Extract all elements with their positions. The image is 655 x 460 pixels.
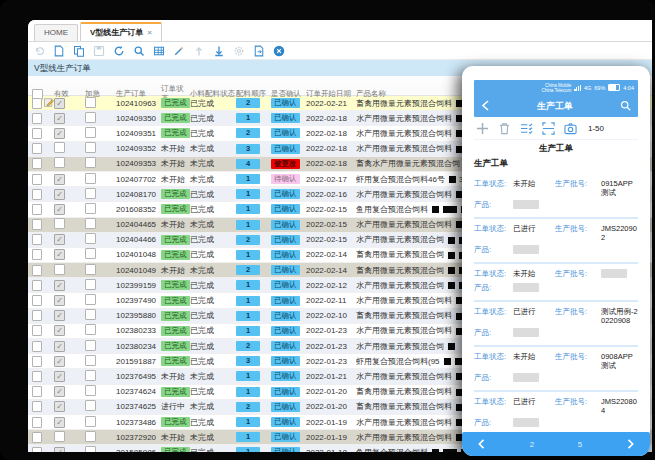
row-checkbox[interactable] (32, 447, 42, 452)
row-checkbox[interactable] (32, 417, 42, 428)
work-order-item[interactable]: 工单状态: 已进行 生产批号: 测试用例-20220908 产品: (474, 302, 638, 347)
valid-checkbox[interactable]: ✓ (54, 98, 65, 109)
add-icon[interactable] (476, 122, 489, 135)
urgent-checkbox[interactable] (85, 173, 96, 184)
row-checkbox[interactable] (32, 234, 42, 245)
work-order-item[interactable]: 工单状态: 未开始 生产批号: 产品: (474, 264, 638, 302)
camera-icon[interactable] (564, 122, 577, 135)
row-checkbox[interactable] (32, 432, 42, 443)
row-checkbox[interactable] (32, 249, 42, 260)
row-checkbox[interactable] (32, 204, 42, 215)
list-icon[interactable] (520, 122, 533, 135)
row-checkbox[interactable] (32, 219, 42, 230)
valid-checkbox[interactable] (54, 142, 65, 153)
export-icon[interactable] (252, 44, 265, 57)
search-icon[interactable] (132, 44, 145, 57)
tab-home[interactable]: HOME (34, 24, 78, 41)
valid-checkbox[interactable]: ✓ (54, 447, 65, 452)
valid-checkbox[interactable] (54, 218, 65, 229)
valid-checkbox[interactable]: ✓ (54, 234, 65, 245)
valid-checkbox[interactable]: ✓ (54, 341, 65, 352)
urgent-checkbox[interactable] (85, 127, 96, 138)
valid-checkbox[interactable]: ✓ (54, 280, 65, 291)
row-checkbox[interactable] (32, 325, 42, 336)
urgent-checkbox[interactable] (85, 416, 96, 427)
urgent-checkbox[interactable] (85, 97, 96, 108)
urgent-checkbox[interactable] (85, 279, 96, 290)
work-order-item[interactable]: 工单状态: 未开始 生产批号: 0908APP测试 产品: (474, 347, 638, 392)
urgent-checkbox[interactable] (85, 370, 96, 381)
tab-close-icon[interactable]: × (147, 25, 152, 41)
valid-checkbox[interactable] (54, 431, 65, 442)
urgent-checkbox[interactable] (85, 324, 96, 335)
copy-icon[interactable] (72, 44, 85, 57)
valid-checkbox[interactable]: ✓ (54, 325, 65, 336)
row-checkbox[interactable] (32, 371, 42, 382)
row-checkbox[interactable] (32, 386, 42, 397)
row-checkbox[interactable] (32, 401, 42, 412)
valid-checkbox[interactable]: ✓ (54, 295, 65, 306)
urgent-checkbox[interactable] (85, 233, 96, 244)
trash-icon[interactable] (498, 122, 511, 135)
urgent-checkbox[interactable] (85, 446, 96, 452)
valid-checkbox[interactable]: ✓ (54, 128, 65, 139)
new-document-icon[interactable] (52, 44, 65, 57)
urgent-checkbox[interactable] (85, 400, 96, 411)
row-checkbox[interactable] (32, 189, 42, 200)
row-checkbox[interactable] (32, 265, 42, 276)
urgent-checkbox[interactable] (85, 385, 96, 396)
download-icon[interactable] (212, 44, 225, 57)
tab-production-orders[interactable]: V型线生产订单 × (80, 22, 162, 41)
work-order-item[interactable]: 工单状态: 已进行 生产批号: JMS220902 产品: (474, 219, 638, 264)
save-icon[interactable] (92, 44, 105, 57)
valid-checkbox[interactable]: ✓ (54, 386, 65, 397)
row-checkbox[interactable] (32, 174, 42, 185)
work-order-item[interactable]: 工单状态: 已进行 生产批号: JMS220804 产品: (474, 392, 638, 430)
urgent-checkbox[interactable] (85, 142, 96, 153)
phone-search-icon[interactable] (620, 97, 631, 115)
valid-checkbox[interactable]: ✓ (54, 401, 65, 412)
row-checkbox[interactable] (32, 158, 42, 169)
scan-icon[interactable] (542, 122, 555, 135)
urgent-checkbox[interactable] (85, 431, 96, 442)
prev-page-icon[interactable] (476, 435, 486, 453)
row-checkbox[interactable] (32, 143, 42, 154)
row-checkbox[interactable] (32, 280, 42, 291)
urgent-checkbox[interactable] (85, 355, 96, 366)
next-page-icon[interactable] (626, 435, 636, 453)
row-checkbox[interactable] (32, 310, 42, 321)
valid-checkbox[interactable] (54, 264, 65, 275)
settings-icon[interactable] (232, 44, 245, 57)
row-checkbox[interactable] (32, 341, 42, 352)
refresh-icon[interactable] (112, 44, 125, 57)
valid-checkbox[interactable]: ✓ (54, 113, 65, 124)
urgent-checkbox[interactable] (85, 294, 96, 305)
valid-checkbox[interactable]: ✓ (54, 249, 65, 260)
edit-icon[interactable] (44, 98, 54, 108)
work-order-item[interactable]: 工单状态: 未开始 生产批号: 0915APP测试 产品: (474, 174, 638, 219)
valid-checkbox[interactable]: ✓ (54, 371, 65, 382)
undo-icon[interactable] (32, 44, 45, 57)
valid-checkbox[interactable] (54, 157, 65, 168)
row-checkbox[interactable] (32, 98, 42, 109)
valid-checkbox[interactable]: ✓ (54, 189, 65, 200)
back-icon[interactable] (481, 97, 490, 115)
valid-checkbox[interactable]: ✓ (54, 356, 65, 367)
row-checkbox[interactable] (32, 128, 42, 139)
table-icon[interactable] (152, 44, 165, 57)
urgent-checkbox[interactable] (85, 218, 96, 229)
valid-checkbox[interactable]: ✓ (54, 417, 65, 428)
upload-icon[interactable] (192, 44, 205, 57)
urgent-checkbox[interactable] (85, 203, 96, 214)
row-checkbox[interactable] (32, 295, 42, 306)
magic-wand-icon[interactable] (172, 44, 185, 57)
urgent-checkbox[interactable] (85, 340, 96, 351)
urgent-checkbox[interactable] (85, 188, 96, 199)
valid-checkbox[interactable]: ✓ (54, 174, 65, 185)
urgent-checkbox[interactable] (85, 112, 96, 123)
valid-checkbox[interactable]: ✓ (54, 204, 65, 215)
valid-checkbox[interactable]: ✓ (54, 310, 65, 321)
urgent-checkbox[interactable] (85, 309, 96, 320)
row-checkbox[interactable] (32, 356, 42, 367)
row-checkbox[interactable] (32, 113, 42, 124)
